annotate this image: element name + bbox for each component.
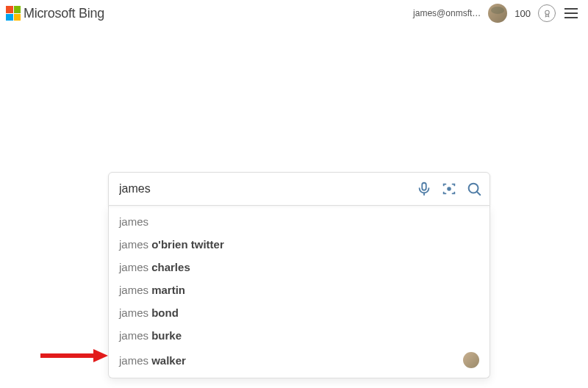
search-icon[interactable] (466, 181, 482, 197)
suggestion-text: james bond (119, 306, 179, 319)
suggestion-avatar (463, 352, 479, 368)
suggestion-item[interactable]: james bond (109, 301, 490, 324)
microphone-icon[interactable] (416, 181, 432, 197)
rewards-points[interactable]: 100 (514, 8, 531, 19)
annotation-arrow (40, 350, 110, 362)
search-area: jamesjames o'brien twitterjames charlesj… (108, 172, 490, 378)
svg-point-2 (447, 187, 451, 191)
suggestions-dropdown: jamesjames o'brien twitterjames charlesj… (108, 206, 490, 378)
suggestion-text: james martin (119, 284, 185, 296)
search-box (108, 172, 490, 206)
header-right: james@onmsft… 100 (413, 4, 579, 23)
suggestion-text: james walker (119, 354, 186, 367)
suggestion-text: james charles (119, 261, 190, 273)
suggestion-item[interactable]: james burke (109, 324, 490, 347)
brand-text: Microsoft Bing (24, 6, 104, 21)
suggestion-item[interactable]: james walker (109, 347, 490, 373)
hamburger-menu-icon[interactable] (563, 5, 579, 21)
svg-rect-1 (422, 183, 426, 190)
suggestion-text: james (119, 215, 148, 228)
search-actions (416, 181, 482, 197)
suggestion-item[interactable]: james o'brien twitter (109, 233, 490, 256)
logo[interactable]: Microsoft Bing (6, 6, 104, 21)
suggestion-item[interactable]: james martin (109, 279, 490, 301)
user-email[interactable]: james@onmsft… (413, 8, 481, 18)
avatar[interactable] (488, 4, 507, 23)
camera-search-icon[interactable] (441, 181, 457, 197)
suggestion-item[interactable]: james charles (109, 256, 490, 279)
suggestion-text: james burke (119, 329, 182, 342)
suggestion-text: james o'brien twitter (119, 238, 224, 251)
suggestion-item[interactable]: james (109, 210, 490, 233)
svg-point-0 (545, 10, 548, 14)
rewards-icon[interactable] (538, 4, 556, 22)
header: Microsoft Bing james@onmsft… 100 (0, 0, 588, 26)
search-input[interactable] (119, 182, 416, 195)
microsoft-logo-icon (6, 6, 21, 21)
